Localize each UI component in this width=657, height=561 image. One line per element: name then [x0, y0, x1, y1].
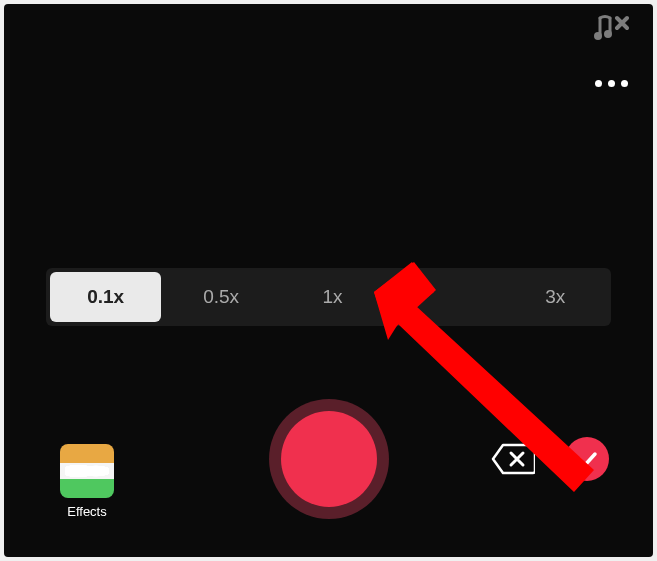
delete-clip-button[interactable]	[491, 443, 535, 475]
sound-edit-icon[interactable]	[593, 12, 629, 44]
speed-option-0[interactable]: 0.1x	[50, 272, 161, 322]
speed-option-4[interactable]: 3x	[500, 268, 611, 326]
camera-screen: 0.1x 0.5x 1x 3x Effects	[4, 4, 653, 557]
top-right-controls	[593, 12, 629, 87]
speed-option-2[interactable]: 1x	[277, 268, 388, 326]
svg-point-0	[594, 32, 602, 40]
effects-label: Effects	[67, 504, 107, 519]
speed-option-3[interactable]	[388, 268, 499, 326]
speed-option-1[interactable]: 0.5x	[165, 268, 276, 326]
effects-button[interactable]: Effects	[60, 444, 114, 519]
effects-thumbnail-icon	[60, 444, 114, 498]
bottom-controls: Effects	[4, 397, 653, 537]
checkmark-icon	[574, 446, 600, 472]
record-button[interactable]	[269, 399, 389, 519]
speed-selector: 0.1x 0.5x 1x 3x	[46, 268, 611, 326]
confirm-button[interactable]	[565, 437, 609, 481]
record-inner-icon	[281, 411, 377, 507]
more-options-icon[interactable]	[595, 80, 628, 87]
svg-point-1	[604, 30, 612, 38]
